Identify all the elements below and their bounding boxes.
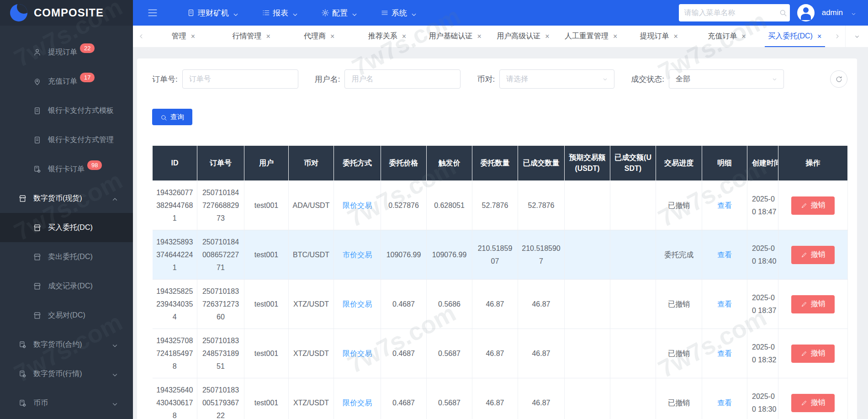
chevron-down-icon <box>111 371 119 379</box>
cell-type[interactable]: 限价交易 <box>334 181 381 230</box>
cell-price: 109076.99 <box>381 230 427 280</box>
tab-买入委托(DC)[interactable]: 买入委托(DC) × <box>761 26 829 47</box>
cell-order_no: 25071018372637127360 <box>197 280 244 329</box>
brand-title: COMPOSITE <box>34 6 104 19</box>
column-header-已成交数量: 已成交数量 <box>518 146 565 181</box>
close-icon[interactable]: × <box>545 32 549 41</box>
tabs-scroll-right-button[interactable] <box>829 33 845 40</box>
close-icon[interactable]: × <box>266 32 270 41</box>
doc-icon <box>187 9 195 17</box>
cell-filled_amt <box>610 329 656 378</box>
cell-progress: 已撤销 <box>656 181 702 230</box>
topnav-menu-1[interactable]: 报表 <box>252 0 307 26</box>
sidebar-item-买入委托(DC)[interactable]: 买入委托(DC) <box>0 213 133 242</box>
sidebar-item-提现订单[interactable]: 提现订单 22 <box>0 37 133 67</box>
cell-type[interactable]: 限价交易 <box>334 378 381 419</box>
user-icon <box>33 48 42 57</box>
tab-推荐关系[interactable]: 推荐关系 × <box>353 26 421 47</box>
topnav-menus: 理财矿机 报表 配置 系统 <box>177 0 426 26</box>
cell-type[interactable]: 限价交易 <box>334 280 381 329</box>
cancel-order-button[interactable]: 撤销 <box>791 295 835 313</box>
view-detail-link[interactable]: 查看 <box>717 202 732 209</box>
view-detail-link[interactable]: 查看 <box>717 399 732 407</box>
tab-代理商[interactable]: 代理商 × <box>285 26 353 47</box>
tabs-scroll-left-button[interactable] <box>133 33 149 40</box>
shop-icon <box>33 223 42 232</box>
sidebar-item-充值订单[interactable]: 充值订单 17 <box>0 67 133 96</box>
close-icon[interactable]: × <box>477 32 481 41</box>
tab-充值订单[interactable]: 充值订单 × <box>693 26 761 47</box>
sidebar-item-数字货币(现货)[interactable]: 数字货币(现货) <box>0 184 133 213</box>
tab-用户高级认证[interactable]: 用户高级认证 × <box>489 26 557 47</box>
sidebar-item-币币[interactable]: 币币 <box>0 388 133 418</box>
cell-type[interactable]: 市价交易 <box>334 230 381 280</box>
close-icon[interactable]: × <box>191 32 195 41</box>
sidebar-item-银行卡订单[interactable]: 银行卡订单 98 <box>0 154 133 184</box>
sidebar-item-数字货币(行情)[interactable]: 数字货币(行情) <box>0 359 133 388</box>
cancel-order-button[interactable]: 撤销 <box>791 345 835 363</box>
order-no-label: 订单号: <box>152 74 178 85</box>
cell-type[interactable]: 限价交易 <box>334 329 381 378</box>
chevron-down-icon <box>850 11 857 17</box>
tab-提现订单[interactable]: 提现订单 × <box>625 26 693 47</box>
table-row: 194325893374644224125071018400865722771t… <box>153 230 848 280</box>
sidebar-item-银行卡支付方式模板[interactable]: 银行卡支付方式模板 <box>0 96 133 125</box>
status-select-value: 全部 <box>676 74 690 84</box>
tabs-dropdown-button[interactable] <box>845 26 868 47</box>
cell-trigger: 0.5687 <box>427 378 472 419</box>
sidebar-item-卖出委托(DC)[interactable]: 卖出委托(DC) <box>0 242 133 271</box>
table-row: 194325825239434035425071018372637127360t… <box>153 280 848 329</box>
sidebar-item-label: 买入委托(DC) <box>48 223 93 233</box>
hamburger-menu-button[interactable] <box>147 7 159 19</box>
sidebar-item-交易对(DC)[interactable]: 交易对(DC) <box>0 301 133 330</box>
count-badge: 17 <box>80 73 95 82</box>
close-icon[interactable]: × <box>741 32 746 41</box>
close-icon[interactable]: × <box>817 32 821 41</box>
edit-icon <box>801 251 808 258</box>
column-header-委托数量: 委托数量 <box>472 146 518 181</box>
avatar[interactable] <box>797 4 815 21</box>
sidebar-item-银行卡支付方式管理[interactable]: 银行卡支付方式管理 <box>0 125 133 154</box>
order-no-input[interactable] <box>182 69 298 89</box>
query-button[interactable]: 查询 <box>152 109 192 125</box>
cell-action: 撤销 <box>778 378 848 419</box>
sidebar-item-成交记录(DC)[interactable]: 成交记录(DC) <box>0 271 133 301</box>
topnav-menu-0[interactable]: 理财矿机 <box>177 0 248 26</box>
cancel-order-button[interactable]: 撤销 <box>791 246 835 264</box>
menu-search-input[interactable] <box>684 9 779 17</box>
cell-filled_amt <box>610 181 656 230</box>
pair-select[interactable]: 请选择 <box>499 69 614 89</box>
status-select[interactable]: 全部 <box>669 69 784 89</box>
count-badge: 98 <box>87 160 102 170</box>
cell-filled_qty: 210.5185907 <box>518 230 565 280</box>
sidebar-item-label: 充值订单 <box>48 77 77 86</box>
tab-人工重置管理[interactable]: 人工重置管理 × <box>557 26 625 47</box>
username-label[interactable]: admin <box>822 8 843 17</box>
close-icon[interactable]: × <box>402 32 406 41</box>
username-input[interactable] <box>344 69 460 89</box>
edit-icon <box>801 301 808 308</box>
view-detail-link[interactable]: 查看 <box>717 251 732 259</box>
tab-用户基础认证[interactable]: 用户基础认证 × <box>421 26 489 47</box>
topnav-menu-2[interactable]: 配置 <box>311 0 367 26</box>
tab-label: 管理 <box>172 32 186 41</box>
cell-action: 撤销 <box>778 230 848 280</box>
topnav-menu-3[interactable]: 系统 <box>370 0 426 26</box>
refresh-button[interactable] <box>830 70 847 88</box>
orders-table: ID订单号用户币对委托方式委托价格触发价委托数量已成交数量预期交易额(USDT)… <box>152 145 848 419</box>
sidebar-item-数字货币(合约)[interactable]: 数字货币(合约) <box>0 330 133 359</box>
cancel-order-button[interactable]: 撤销 <box>791 394 835 412</box>
cell-user: test001 <box>244 378 289 419</box>
close-icon[interactable]: × <box>674 32 678 41</box>
view-detail-link[interactable]: 查看 <box>717 300 732 308</box>
close-icon[interactable]: × <box>613 32 617 41</box>
close-icon[interactable]: × <box>330 32 334 41</box>
view-detail-link[interactable]: 查看 <box>717 350 732 357</box>
tab-管理[interactable]: 管理 × <box>149 26 217 47</box>
sidebar-item-label: 提现订单 <box>48 48 77 57</box>
cancel-order-button[interactable]: 撤销 <box>791 196 835 215</box>
cell-user: test001 <box>244 329 289 378</box>
doc-gear-icon <box>33 165 42 174</box>
cell-detail: 查看 <box>702 181 747 230</box>
tab-行情管理[interactable]: 行情管理 × <box>217 26 286 47</box>
